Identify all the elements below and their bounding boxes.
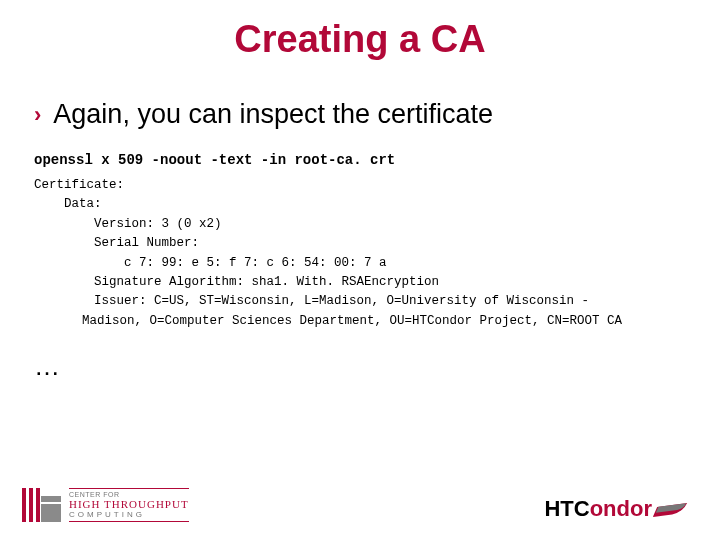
- cert-line: Serial Number:: [34, 234, 686, 253]
- cert-line: Madison, O=Computer Sciences Department,…: [34, 312, 686, 331]
- bullet-text: Again, you can inspect the certificate: [53, 99, 493, 130]
- logo-line: HIGH THROUGHPUT: [69, 498, 189, 510]
- ht-mark-icon: [22, 488, 61, 522]
- logo-line: CENTER FOR: [69, 491, 189, 498]
- chtc-logo-text: CENTER FOR HIGH THROUGHPUT COMPUTING: [69, 488, 189, 522]
- htcondor-logo: HTCondor: [544, 496, 690, 522]
- htcondor-logo-text: HTCondor: [544, 496, 652, 522]
- chevron-right-icon: ›: [34, 104, 41, 126]
- certificate-output: Certificate: Data: Version: 3 (0 x2) Ser…: [34, 176, 686, 331]
- slide-title: Creating a CA: [34, 18, 686, 61]
- chtc-logo: CENTER FOR HIGH THROUGHPUT COMPUTING: [22, 488, 189, 522]
- ellipsis: …: [34, 351, 686, 382]
- slide: Creating a CA › Again, you can inspect t…: [0, 0, 720, 540]
- checkmark-icon: [656, 499, 690, 519]
- cert-line: c 7: 99: e 5: f 7: c 6: 54: 00: 7 a: [34, 254, 686, 273]
- cert-line: Issuer: C=US, ST=Wisconsin, L=Madison, O…: [34, 292, 686, 311]
- cert-line: Version: 3 (0 x2): [34, 215, 686, 234]
- footer: CENTER FOR HIGH THROUGHPUT COMPUTING HTC…: [0, 488, 720, 522]
- bullet-row: › Again, you can inspect the certificate: [34, 99, 686, 130]
- cert-line: Data:: [34, 195, 686, 214]
- shell-command: openssl x 509 -noout -text -in root-ca. …: [34, 152, 686, 168]
- logo-line: COMPUTING: [69, 510, 189, 519]
- cert-line: Certificate:: [34, 176, 686, 195]
- cert-line: Signature Algorithm: sha1. With. RSAEncr…: [34, 273, 686, 292]
